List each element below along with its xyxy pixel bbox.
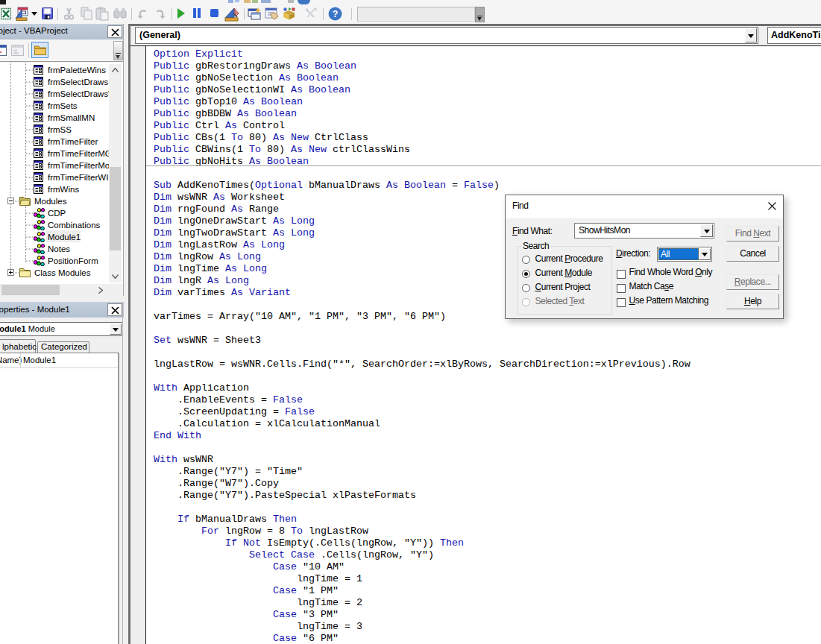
svg-text:?: ? bbox=[333, 9, 339, 19]
